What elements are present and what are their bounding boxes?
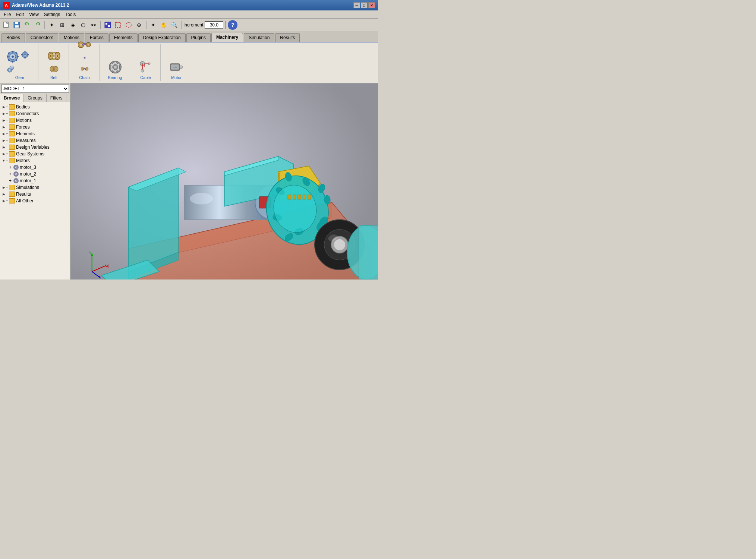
expand-motor3: + bbox=[9, 165, 13, 170]
motor3-icon: ⚙ bbox=[13, 165, 19, 170]
tree-leaf-motor1[interactable]: + ⚙ motor_1 bbox=[8, 177, 69, 184]
menu-edit[interactable]: Edit bbox=[14, 11, 26, 18]
chain-extra1-icon[interactable] bbox=[80, 53, 89, 63]
expand-gear-systems: + bbox=[6, 152, 9, 156]
svg-rect-5 bbox=[15, 25, 19, 28]
gear-large-icon[interactable] bbox=[6, 50, 19, 63]
label-all-other: All Other bbox=[16, 198, 34, 203]
tab-bodies[interactable]: Bodies bbox=[1, 33, 25, 42]
tab-design-exploration[interactable]: Design Exploration bbox=[138, 33, 186, 42]
tree-item-results[interactable]: ▶ + Results bbox=[1, 191, 69, 198]
toggle-elements: ▶ bbox=[1, 132, 6, 136]
chain-large-icon[interactable] bbox=[78, 38, 91, 51]
tab-filters[interactable]: Filters bbox=[47, 94, 67, 102]
motor2-icon: ⚙ bbox=[13, 171, 19, 177]
tree-leaf-motor3[interactable]: + ⚙ motor_3 bbox=[8, 164, 69, 171]
select-box-button[interactable] bbox=[113, 20, 123, 30]
help-button[interactable]: ? bbox=[228, 20, 237, 30]
tree-item-gear-systems[interactable]: ▶ + Gear Systems bbox=[1, 151, 69, 157]
folder-all-other bbox=[9, 198, 15, 203]
tab-machinery[interactable]: Machinery bbox=[211, 33, 243, 42]
new-button[interactable] bbox=[1, 20, 11, 30]
folder-motions bbox=[9, 118, 15, 123]
menu-tools[interactable]: Tools bbox=[63, 11, 78, 18]
toggle-all-other: ▶ bbox=[1, 199, 6, 203]
tree-item-bodies[interactable]: ▶ + Bodies bbox=[1, 104, 69, 110]
tab-simulation[interactable]: Simulation bbox=[244, 33, 274, 42]
tab-plugins[interactable]: Plugins bbox=[186, 33, 211, 42]
chain-label: Chain bbox=[79, 75, 90, 80]
tree-item-motions[interactable]: ▶ + Motions bbox=[1, 117, 69, 124]
tree-item-simulations[interactable]: ▶ + Simulations bbox=[1, 184, 69, 191]
folder-results bbox=[9, 192, 15, 197]
zoom-button[interactable]: 🔍 bbox=[169, 20, 179, 30]
svg-rect-82 bbox=[180, 66, 182, 68]
view3d-button[interactable]: ◈ bbox=[68, 20, 78, 30]
tree-item-design-variables[interactable]: ▶ + Design Variables bbox=[1, 144, 69, 151]
viewport[interactable]: MODEL_1 bbox=[71, 83, 378, 280]
tree-item-all-other[interactable]: ▶ + All Other bbox=[1, 198, 69, 204]
undo-button[interactable] bbox=[22, 20, 32, 30]
tree-leaf-motor2[interactable]: + ⚙ motor_2 bbox=[8, 171, 69, 177]
folder-bodies bbox=[9, 104, 15, 110]
svg-point-26 bbox=[24, 54, 26, 56]
orbit-button[interactable]: ✦ bbox=[148, 20, 158, 30]
gear-small-icon[interactable] bbox=[20, 50, 30, 60]
zoom-fit-button[interactable] bbox=[103, 20, 113, 30]
tab-connectors[interactable]: Connectors bbox=[26, 33, 58, 42]
belt-large-icon[interactable] bbox=[47, 49, 61, 63]
tree-item-forces[interactable]: ▶ + Forces bbox=[1, 124, 69, 130]
label-motions: Motions bbox=[16, 118, 32, 123]
chain-icons bbox=[78, 38, 91, 74]
menu-settings[interactable]: Settings bbox=[42, 11, 62, 18]
grid-button[interactable]: ⊞ bbox=[57, 20, 67, 30]
motor-large-icon[interactable] bbox=[170, 60, 183, 74]
bearing-large-icon[interactable] bbox=[108, 60, 122, 74]
target-button[interactable]: ⊕ bbox=[134, 20, 144, 30]
svg-rect-11 bbox=[116, 22, 121, 28]
left-panel: .MODEL_1 Browse Groups Filters ▶ + Bodie… bbox=[0, 83, 71, 280]
gear-icon-grid bbox=[6, 50, 34, 74]
measure-button[interactable]: ⚯ bbox=[89, 20, 98, 30]
lasso-button[interactable] bbox=[124, 20, 133, 30]
main-tabs: Bodies Connectors Motions Forces Element… bbox=[0, 31, 378, 42]
tab-elements[interactable]: Elements bbox=[109, 33, 138, 42]
menu-file[interactable]: File bbox=[1, 11, 13, 18]
minimize-button[interactable]: ─ bbox=[353, 2, 360, 8]
cable-large-icon[interactable] bbox=[139, 60, 152, 74]
increment-input[interactable] bbox=[205, 21, 223, 29]
label-motors: Motors bbox=[16, 158, 30, 163]
settings-button[interactable]: ✦ bbox=[47, 20, 57, 30]
svg-point-59 bbox=[81, 67, 84, 70]
belt-small-icon[interactable] bbox=[49, 64, 59, 74]
ribbon-group-motor: Motor bbox=[161, 44, 191, 81]
menu-view[interactable]: View bbox=[27, 11, 41, 18]
svg-rect-30 bbox=[27, 54, 29, 56]
save-button[interactable] bbox=[12, 20, 22, 30]
chain-extra2-icon[interactable] bbox=[80, 64, 89, 74]
label-motor1: motor_1 bbox=[20, 178, 36, 183]
model-dropdown[interactable]: .MODEL_1 bbox=[1, 85, 69, 93]
ribbon-group-bearing: Bearing bbox=[100, 44, 130, 81]
gear-extra-icon[interactable] bbox=[6, 64, 16, 74]
tree-item-measures[interactable]: ▶ + Measures bbox=[1, 137, 69, 144]
close-button[interactable]: ✕ bbox=[368, 2, 375, 8]
view-button[interactable]: ⬡ bbox=[78, 20, 88, 30]
pan-button[interactable]: ✋ bbox=[159, 20, 168, 30]
tree-item-elements[interactable]: ▶ + Elements bbox=[1, 130, 69, 137]
tab-browse[interactable]: Browse bbox=[0, 94, 24, 102]
folder-measures bbox=[9, 138, 15, 143]
redo-button[interactable] bbox=[33, 20, 42, 30]
tree-item-motors[interactable]: ▼ − Motors bbox=[1, 157, 69, 164]
tab-results[interactable]: Results bbox=[275, 33, 300, 42]
svg-point-15 bbox=[12, 56, 14, 58]
expand-all-other: + bbox=[6, 199, 9, 203]
motor-label: Motor bbox=[171, 75, 182, 80]
svg-rect-9 bbox=[105, 23, 107, 25]
tab-groups[interactable]: Groups bbox=[24, 94, 46, 102]
svg-rect-16 bbox=[12, 51, 13, 53]
folder-connectors bbox=[9, 111, 15, 116]
tree-item-connectors[interactable]: ▶ + Connectors bbox=[1, 110, 69, 117]
expand-simulations: + bbox=[6, 186, 9, 189]
maximize-button[interactable]: □ bbox=[361, 2, 368, 8]
